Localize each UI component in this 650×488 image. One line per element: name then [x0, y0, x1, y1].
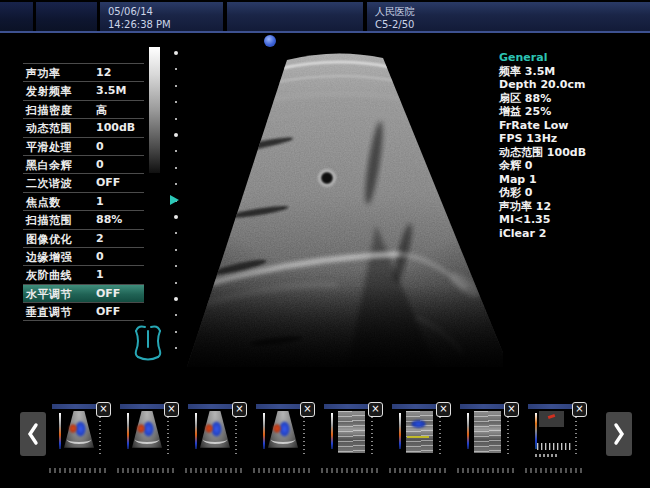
param-label: 声功率 — [26, 66, 61, 81]
left-param-row[interactable]: 水平调节OFF — [23, 284, 144, 302]
thumbnail-close-icon[interactable]: × — [300, 402, 315, 417]
ruler-minor-dot — [175, 183, 177, 185]
param-value: 高 — [96, 103, 107, 118]
param-value: OFF — [96, 287, 120, 300]
ruler-minor-dot — [175, 118, 177, 120]
param-value: 88% — [96, 213, 122, 226]
thumbnail-scan-preview — [52, 409, 104, 460]
thumbnails-next-button[interactable] — [606, 412, 632, 456]
ruler-minor-dot — [175, 347, 177, 349]
probe-model: C5-2/50 — [375, 18, 415, 31]
param-value: 12 — [96, 66, 111, 79]
param-value: OFF — [96, 176, 120, 189]
param-value: 100dB — [96, 121, 135, 134]
thumbnail[interactable]: × — [52, 404, 104, 460]
left-param-row[interactable]: 发射频率3.5M — [23, 81, 144, 99]
left-parameter-panel: 声功率12发射频率3.5M扫描密度高动态范围100dB平滑处理0黑白余辉0二次谐… — [23, 63, 144, 321]
thumbnail[interactable]: × — [528, 404, 580, 460]
param-label: 平滑处理 — [26, 140, 72, 155]
ruler-minor-dot — [175, 282, 177, 284]
param-label: 黑白余辉 — [26, 158, 72, 173]
info-row: Depth 20.0cm — [499, 78, 647, 92]
info-row: 频率 3.5M — [499, 65, 647, 79]
ruler-minor-dot — [175, 150, 177, 152]
chevron-right-icon — [612, 422, 626, 446]
left-param-row[interactable]: 动态范围100dB — [23, 118, 144, 136]
thumbnail[interactable]: × — [256, 404, 308, 460]
thumbnail-close-icon[interactable]: × — [572, 402, 587, 417]
header-time: 14:26:38 PM — [108, 18, 171, 31]
thumbnails-prev-button[interactable] — [20, 412, 46, 456]
thumbnail-caption — [253, 468, 311, 473]
thumbnail[interactable]: × — [392, 404, 444, 460]
thumbnail[interactable]: × — [324, 404, 376, 460]
left-param-row[interactable]: 边缘增强0 — [23, 247, 144, 265]
thumbnail-caption — [389, 468, 447, 473]
info-row: MI<1.35 — [499, 213, 647, 227]
param-value: 1 — [96, 268, 104, 281]
info-row: 伪彩 0 — [499, 186, 647, 200]
right-info-panel: General 频率 3.5MDepth 20.0cm扇区 88%增益 25%F… — [499, 51, 647, 240]
left-param-row[interactable]: 垂直调节OFF — [23, 302, 144, 321]
thumbnail-scan-preview — [120, 409, 172, 460]
left-param-row[interactable]: 扫描范围88% — [23, 210, 144, 228]
left-param-row[interactable]: 灰阶曲线1 — [23, 265, 144, 283]
param-label: 边缘增强 — [26, 250, 72, 265]
header-datetime-cell: 05/06/14 14:26:38 PM — [100, 2, 223, 31]
thumbnail-caption — [49, 468, 107, 473]
left-param-row[interactable]: 焦点数1 — [23, 192, 144, 210]
ruler-minor-dot — [175, 314, 177, 316]
header-empty-cell — [227, 2, 363, 31]
thumbnail-close-icon[interactable]: × — [96, 402, 111, 417]
param-value: 3.5M — [96, 84, 126, 97]
body-mark-icon[interactable] — [131, 321, 165, 363]
param-value: 1 — [96, 195, 104, 208]
thumbnail-caption — [117, 468, 175, 473]
hospital-name: 人民医院 — [375, 5, 415, 18]
header-segment-left-b — [36, 2, 97, 31]
left-param-row[interactable]: 图像优化2 — [23, 229, 144, 247]
info-row: 增益 25% — [499, 105, 647, 119]
ruler-minor-dot — [175, 265, 177, 267]
param-label: 灰阶曲线 — [26, 268, 72, 283]
ruler-minor-dot — [175, 68, 177, 70]
preset-title: General — [499, 51, 647, 65]
param-label: 动态范围 — [26, 121, 72, 136]
thumbnail-close-icon[interactable]: × — [232, 402, 247, 417]
param-value: 2 — [96, 232, 104, 245]
thumbnail-close-icon[interactable]: × — [164, 402, 179, 417]
ruler-minor-dot — [175, 101, 177, 103]
thumbnail-scan-preview — [188, 409, 240, 460]
left-param-row[interactable]: 扫描密度高 — [23, 100, 144, 118]
param-label: 发射频率 — [26, 84, 72, 99]
thumbnail-scan-preview — [460, 409, 512, 460]
ruler-minor-dot — [175, 232, 177, 234]
left-param-row[interactable]: 二次谐波OFF — [23, 173, 144, 191]
chevron-left-icon — [26, 422, 40, 446]
thumbnail-close-icon[interactable]: × — [368, 402, 383, 417]
param-label: 水平调节 — [26, 287, 72, 302]
info-row: 余辉 0 — [499, 159, 647, 173]
thumbnail-caption — [525, 468, 583, 473]
info-row: 动态范围 100dB — [499, 146, 647, 160]
param-value: 0 — [96, 250, 104, 263]
left-param-row[interactable]: 黑白余辉0 — [23, 155, 144, 173]
thumbnail[interactable]: × — [188, 404, 240, 460]
info-row: FrRate Low — [499, 119, 647, 133]
thumbnail-close-icon[interactable]: × — [504, 402, 519, 417]
thumbnail-scan-preview — [256, 409, 308, 460]
info-row: 声功率 12 — [499, 200, 647, 214]
thumbnail-close-icon[interactable]: × — [436, 402, 451, 417]
param-value: 0 — [96, 140, 104, 153]
thumbnail-scan-preview — [324, 409, 376, 460]
header-hospital-cell: 人民医院 C5-2/50 — [367, 2, 650, 31]
info-row: iClear 2 — [499, 227, 647, 241]
ultrasound-app: 05/06/14 14:26:38 PM 人民医院 C5-2/50 声功率12发… — [0, 0, 650, 488]
thumbnail[interactable]: × — [460, 404, 512, 460]
info-row: Map 1 — [499, 173, 647, 187]
left-param-row[interactable]: 声功率12 — [23, 63, 144, 81]
param-label: 垂直调节 — [26, 305, 72, 320]
thumbnail[interactable]: × — [120, 404, 172, 460]
thumbnail-caption — [457, 468, 515, 473]
left-param-row[interactable]: 平滑处理0 — [23, 137, 144, 155]
